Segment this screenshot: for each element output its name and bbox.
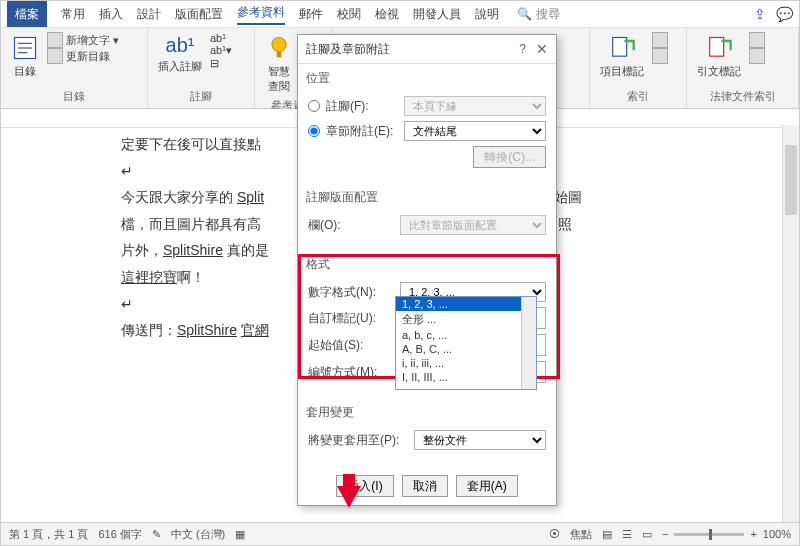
doc-line-5b: 啊！ bbox=[177, 269, 205, 285]
search-label: 搜尋 bbox=[536, 6, 560, 23]
columns-select: 比對章節版面配置 bbox=[400, 215, 546, 235]
close-icon[interactable]: ✕ bbox=[536, 41, 548, 57]
status-page[interactable]: 第 1 頁，共 1 頁 bbox=[9, 527, 88, 542]
footnote-dialog: 註腳及章節附註 ? ✕ 位置 註腳(F): 本頁下緣 章節附註(E): 文件結尾… bbox=[297, 34, 557, 506]
insert-footnote-button[interactable]: ab¹ 插入註腳 bbox=[156, 32, 204, 76]
help-icon[interactable]: ? bbox=[519, 42, 526, 56]
menu-layout[interactable]: 版面配置 bbox=[175, 6, 223, 23]
mark-citation-button[interactable]: 引文標記 bbox=[695, 32, 743, 81]
zoom-level[interactable]: 100% bbox=[763, 528, 791, 540]
update-toc-label: 更新目錄 bbox=[66, 49, 110, 64]
add-text-label: 新增文字 bbox=[66, 33, 110, 48]
doc-line-5u: 挖寶 bbox=[149, 269, 177, 285]
group-label-legal: 法律文件索引 bbox=[695, 89, 790, 104]
search-icon: 🔍 bbox=[517, 7, 532, 21]
view-print-icon[interactable]: ☰ bbox=[622, 528, 632, 541]
mark-entry-label: 項目標記 bbox=[600, 64, 644, 79]
doc-line-4a: 片外， bbox=[121, 242, 163, 258]
update-toc-button[interactable]: 更新目錄 bbox=[47, 48, 119, 64]
start-at-label: 起始值(S): bbox=[308, 337, 392, 354]
mark-citation-icon bbox=[705, 34, 733, 62]
section-layout: 註腳版面配置 bbox=[298, 183, 556, 208]
footnote-small-1[interactable]: ab¹ bbox=[210, 32, 232, 44]
doc-line-4b: 真的是 bbox=[223, 242, 269, 258]
apply-to-label: 將變更套用至(P): bbox=[308, 432, 408, 449]
vertical-scrollbar[interactable] bbox=[782, 125, 799, 523]
custom-mark-label: 自訂標記(U): bbox=[308, 310, 392, 327]
menu-insert[interactable]: 插入 bbox=[99, 6, 123, 23]
cancel-button[interactable]: 取消 bbox=[402, 475, 448, 497]
menu-review[interactable]: 校閱 bbox=[337, 6, 361, 23]
doc-line-6a: 傳送門： bbox=[121, 322, 177, 338]
menu-view[interactable]: 檢視 bbox=[375, 6, 399, 23]
view-web-icon[interactable]: ▭ bbox=[642, 528, 652, 541]
spellcheck-icon[interactable]: ✎ bbox=[152, 528, 161, 541]
mark-entry-button[interactable]: 項目標記 bbox=[598, 32, 646, 81]
legal-small-1[interactable] bbox=[749, 32, 765, 48]
columns-label: 欄(O): bbox=[308, 217, 394, 234]
dropdown-option-4[interactable]: i, ii, iii, ... bbox=[396, 356, 536, 370]
number-format-dropdown[interactable]: 1, 2, 3, ... 全形 ... a, b, c, ... A, B, C… bbox=[395, 296, 537, 390]
footnote-icon: ab¹ bbox=[166, 34, 195, 57]
doc-link-splitshire: SplitShire bbox=[163, 242, 223, 258]
section-format: 格式 bbox=[298, 250, 556, 275]
status-language[interactable]: 中文 (台灣) bbox=[171, 527, 225, 542]
dropdown-scrollbar[interactable] bbox=[521, 297, 536, 389]
scroll-thumb[interactable] bbox=[785, 145, 797, 215]
menu-references[interactable]: 參考資料 bbox=[237, 4, 285, 25]
endnote-position-select[interactable]: 文件結尾 bbox=[404, 121, 546, 141]
radio-footnote[interactable] bbox=[308, 100, 320, 112]
menu-mailings[interactable]: 郵件 bbox=[299, 6, 323, 23]
zoom-slider[interactable] bbox=[674, 533, 744, 536]
status-focus[interactable]: 焦點 bbox=[570, 527, 592, 542]
doc-line-3a: 檔，而且圖片都具有高 bbox=[121, 216, 261, 232]
menu-design[interactable]: 設計 bbox=[137, 6, 161, 23]
doc-line-5a: 這裡 bbox=[121, 269, 149, 285]
comments-icon[interactable]: 💬 bbox=[776, 6, 793, 22]
index-small-1[interactable] bbox=[652, 32, 668, 48]
apply-button[interactable]: 套用(A) bbox=[456, 475, 518, 497]
view-read-icon[interactable]: ▤ bbox=[602, 528, 612, 541]
menu-file[interactable]: 檔案 bbox=[7, 1, 47, 27]
ribbon-group-footnotes: ab¹ 插入註腳 ab¹ ab¹▾ ⊟ 註腳 bbox=[148, 28, 255, 108]
add-text-button[interactable]: 新增文字▾ bbox=[47, 32, 119, 48]
toc-icon bbox=[11, 34, 39, 62]
legal-small-2[interactable] bbox=[749, 48, 765, 64]
bulb-icon bbox=[265, 34, 293, 62]
zoom-out-button[interactable]: − bbox=[662, 528, 668, 540]
mark-citation-label: 引文標記 bbox=[697, 64, 741, 79]
share-icon[interactable]: ⇪ bbox=[754, 6, 766, 22]
accessibility-icon[interactable]: ▦ bbox=[235, 528, 245, 541]
footnote-small-3[interactable]: ⊟ bbox=[210, 57, 232, 70]
menu-help[interactable]: 說明 bbox=[475, 6, 499, 23]
smart-lookup-label: 智慧 查閱 bbox=[268, 64, 290, 94]
dropdown-option-3[interactable]: A, B, C, ... bbox=[396, 342, 536, 356]
menu-developer[interactable]: 開發人員 bbox=[413, 6, 461, 23]
radio-endnote[interactable] bbox=[308, 125, 320, 137]
apply-to-select[interactable]: 整份文件 bbox=[414, 430, 546, 450]
menu-home[interactable]: 常用 bbox=[61, 6, 85, 23]
status-bar: 第 1 頁，共 1 頁 616 個字 ✎ 中文 (台灣) ▦ ⦿ 焦點 ▤ ☰ … bbox=[1, 522, 799, 545]
svg-rect-5 bbox=[277, 52, 282, 58]
dropdown-option-2[interactable]: a, b, c, ... bbox=[396, 328, 536, 342]
dialog-titlebar[interactable]: 註腳及章節附註 ? ✕ bbox=[298, 35, 556, 64]
toc-label: 目錄 bbox=[14, 64, 36, 79]
footnote-small-2[interactable]: ab¹▾ bbox=[210, 44, 232, 57]
smart-lookup-button[interactable]: 智慧 查閱 bbox=[263, 32, 295, 96]
ribbon-group-index: 項目標記 索引 bbox=[590, 28, 687, 108]
status-word-count[interactable]: 616 個字 bbox=[98, 527, 141, 542]
index-small-2[interactable] bbox=[652, 48, 668, 64]
zoom-in-button[interactable]: + bbox=[750, 528, 756, 540]
dropdown-option-5[interactable]: I, II, III, ... bbox=[396, 370, 536, 384]
chevron-down-icon: ▾ bbox=[113, 34, 119, 47]
dropdown-option-0[interactable]: 1, 2, 3, ... bbox=[396, 297, 536, 311]
doc-link-1: SplitShire bbox=[177, 322, 237, 338]
tell-me-search[interactable]: 🔍 搜尋 bbox=[517, 6, 560, 23]
convert-button: 轉換(C)... bbox=[473, 146, 546, 168]
toc-button[interactable]: 目錄 bbox=[9, 32, 41, 81]
ribbon-group-toc: 目錄 新增文字▾ 更新目錄 目錄 bbox=[1, 28, 148, 108]
dropdown-option-1[interactable]: 全形 ... bbox=[396, 311, 536, 328]
group-label-toc: 目錄 bbox=[9, 89, 139, 104]
footnote-position-select: 本頁下緣 bbox=[404, 96, 546, 116]
focus-mode-icon[interactable]: ⦿ bbox=[549, 528, 560, 540]
